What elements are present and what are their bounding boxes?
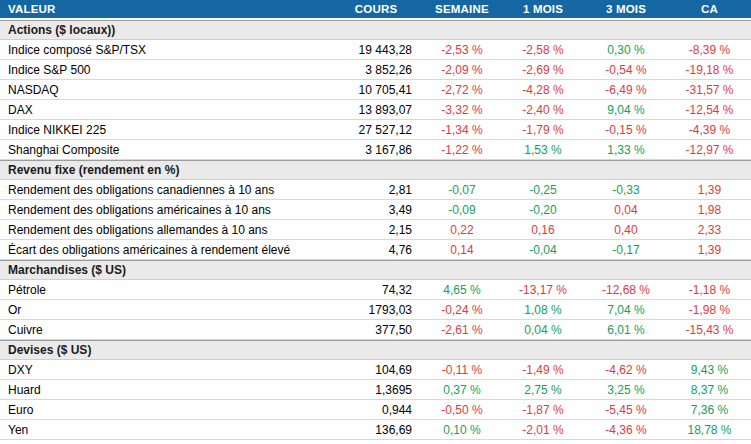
1-mois-change: 0,04 % <box>502 323 584 337</box>
row-label: Indice S&P 500 <box>0 63 330 77</box>
row-label: Indice NIKKEI 225 <box>0 123 330 137</box>
table-row: Rendement des obligations canadiennes à … <box>0 180 751 200</box>
row-label: Euro <box>0 403 330 417</box>
row-label: Huard <box>0 383 330 397</box>
table-row: Or1793,03-0,24 %1,08 %7,04 %-1,98 % <box>0 300 751 320</box>
3-mois-change: -0,33 <box>584 183 668 197</box>
cours-value: 13 893,07 <box>330 103 422 117</box>
ca-change: -12,54 % <box>668 103 751 117</box>
table-row: Shanghai Composite3 167,86-1,22 %1,53 %1… <box>0 140 751 160</box>
cours-value: 2,15 <box>330 223 422 237</box>
column-header-cours: COURS <box>330 3 422 15</box>
table-row: Pétrole74,324,65 %-13,17 %-12,68 %-1,18 … <box>0 280 751 300</box>
3-mois-change: -0,17 <box>584 243 668 257</box>
3-mois-change: -0,15 % <box>584 123 668 137</box>
1-mois-change: 0,16 <box>502 223 584 237</box>
column-header-valeur: VALEUR <box>0 3 330 15</box>
semaine-change: -2,61 % <box>422 323 502 337</box>
semaine-change: -0,50 % <box>422 403 502 417</box>
cours-value: 74,32 <box>330 283 422 297</box>
1-mois-change: -4,28 % <box>502 83 584 97</box>
table-row: Rendement des obligations allemandes à 1… <box>0 220 751 240</box>
ca-change: -8,39 % <box>668 43 751 57</box>
section-header: Marchandises ($ US) <box>0 260 751 280</box>
1-mois-change: -2,69 % <box>502 63 584 77</box>
table-row: Indice S&P 5003 852,26-2,09 %-2,69 %-0,5… <box>0 60 751 80</box>
table-row: NASDAQ10 705,41-2,72 %-4,28 %-6,49 %-31,… <box>0 80 751 100</box>
section-title: Devises ($ US) <box>8 343 91 357</box>
semaine-change: 0,10 % <box>422 423 502 437</box>
ca-change: 9,43 % <box>668 363 751 377</box>
semaine-change: -2,09 % <box>422 63 502 77</box>
ca-change: -4,39 % <box>668 123 751 137</box>
semaine-change: -1,34 % <box>422 123 502 137</box>
cours-value: 104,69 <box>330 363 422 377</box>
row-label: Rendement des obligations canadiennes à … <box>0 183 330 197</box>
row-label: DAX <box>0 103 330 117</box>
ca-change: -12,97 % <box>668 143 751 157</box>
3-mois-change: -4,36 % <box>584 423 668 437</box>
3-mois-change: -0,54 % <box>584 63 668 77</box>
cours-value: 3 852,26 <box>330 63 422 77</box>
semaine-change: 4,65 % <box>422 283 502 297</box>
row-label: Pétrole <box>0 283 330 297</box>
column-header-1-mois: 1 MOIS <box>502 3 584 15</box>
cours-value: 3,49 <box>330 203 422 217</box>
cours-value: 377,50 <box>330 323 422 337</box>
cours-value: 136,69 <box>330 423 422 437</box>
row-label: Or <box>0 303 330 317</box>
row-label: Rendement des obligations allemandes à 1… <box>0 223 330 237</box>
semaine-change: -0,24 % <box>422 303 502 317</box>
semaine-change: -2,53 % <box>422 43 502 57</box>
table-row: Cuivre377,50-2,61 %0,04 %6,01 %-15,43 % <box>0 320 751 340</box>
1-mois-change: -13,17 % <box>502 283 584 297</box>
1-mois-change: -0,25 <box>502 183 584 197</box>
ca-change: 18,78 % <box>668 423 751 437</box>
1-mois-change: -1,79 % <box>502 123 584 137</box>
semaine-change: -0,07 <box>422 183 502 197</box>
table-row: Indice composé S&P/TSX19 443,28-2,53 %-2… <box>0 40 751 60</box>
semaine-change: -0,09 <box>422 203 502 217</box>
1-mois-change: 1,08 % <box>502 303 584 317</box>
row-label: Shanghai Composite <box>0 143 330 157</box>
ca-change: -15,43 % <box>668 323 751 337</box>
3-mois-change: -6,49 % <box>584 83 668 97</box>
semaine-change: -3,32 % <box>422 103 502 117</box>
table-row: Écart des obligations américaines à rend… <box>0 240 751 260</box>
ca-change: -1,98 % <box>668 303 751 317</box>
cours-value: 1,3695 <box>330 383 422 397</box>
section-title: Actions ($ locaux)) <box>8 23 115 37</box>
semaine-change: -1,22 % <box>422 143 502 157</box>
3-mois-change: 3,25 % <box>584 383 668 397</box>
market-summary-table: VALEURCOURSSEMAINE1 MOIS3 MOISCA Actions… <box>0 0 751 440</box>
row-label: Indice composé S&P/TSX <box>0 43 330 57</box>
column-header-3-mois: 3 MOIS <box>584 3 668 15</box>
section-header: Revenu fixe (rendement en %) <box>0 160 751 180</box>
3-mois-change: -4,62 % <box>584 363 668 377</box>
table-row: Huard1,36950,37 %2,75 %3,25 %8,37 % <box>0 380 751 400</box>
1-mois-change: -0,20 <box>502 203 584 217</box>
table-row: DXY104,69-0,11 %-1,49 %-4,62 %9,43 % <box>0 360 751 380</box>
row-label: Écart des obligations américaines à rend… <box>0 243 330 257</box>
section-title: Revenu fixe (rendement en %) <box>8 163 179 177</box>
cours-value: 27 527,12 <box>330 123 422 137</box>
cours-value: 0,944 <box>330 403 422 417</box>
table-row: DAX13 893,07-3,32 %-2,40 %9,04 %-12,54 % <box>0 100 751 120</box>
table-row: Euro0,944-0,50 %-1,87 %-5,45 %7,36 % <box>0 400 751 420</box>
semaine-change: 0,22 <box>422 223 502 237</box>
semaine-change: 0,37 % <box>422 383 502 397</box>
cours-value: 1793,03 <box>330 303 422 317</box>
column-header-semaine: SEMAINE <box>422 3 502 15</box>
cours-value: 4,76 <box>330 243 422 257</box>
column-header-ca: CA <box>668 3 751 15</box>
semaine-change: -0,11 % <box>422 363 502 377</box>
ca-change: -1,18 % <box>668 283 751 297</box>
ca-change: -31,57 % <box>668 83 751 97</box>
section-header: Devises ($ US) <box>0 340 751 360</box>
cours-value: 2,81 <box>330 183 422 197</box>
1-mois-change: 2,75 % <box>502 383 584 397</box>
3-mois-change: -5,45 % <box>584 403 668 417</box>
3-mois-change: 0,04 <box>584 203 668 217</box>
table-header-row: VALEURCOURSSEMAINE1 MOIS3 MOISCA <box>0 0 751 20</box>
row-label: NASDAQ <box>0 83 330 97</box>
